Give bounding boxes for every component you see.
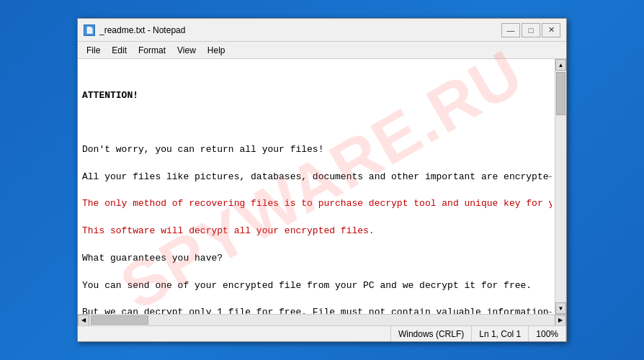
text-area[interactable]: ATTENTION! Don't worry, you can return a… bbox=[78, 59, 555, 314]
maximize-button[interactable]: □ bbox=[522, 23, 540, 37]
line-6: You can send one of your encrypted file … bbox=[82, 279, 552, 293]
menu-edit[interactable]: Edit bbox=[106, 44, 133, 57]
scroll-down-button[interactable]: ▼ bbox=[555, 302, 566, 314]
status-empty bbox=[78, 326, 391, 341]
line-3: The only method of recovering files is t… bbox=[82, 197, 552, 211]
text-content: ATTENTION! Don't worry, you can return a… bbox=[82, 62, 552, 314]
line-attention: ATTENTION! bbox=[82, 89, 552, 103]
line-4: This software will decrypt all your encr… bbox=[82, 225, 552, 238]
app-icon: 📄 bbox=[84, 24, 95, 36]
scrollbar-track[interactable] bbox=[555, 71, 566, 302]
scroll-right-button[interactable]: ▶ bbox=[555, 315, 566, 326]
line-2: All your files like pictures, databases,… bbox=[82, 171, 552, 184]
notepad-window: 📄 _readme.txt - Notepad — □ ✕ File Edit … bbox=[77, 18, 567, 342]
menu-view[interactable]: View bbox=[171, 44, 202, 57]
close-button[interactable]: ✕ bbox=[542, 23, 560, 37]
status-bar: Windows (CRLF) Ln 1, Col 1 100% bbox=[78, 325, 566, 341]
menu-help[interactable]: Help bbox=[202, 44, 231, 57]
vertical-scrollbar[interactable]: ▲ ▼ bbox=[555, 59, 566, 314]
window-controls: — □ ✕ bbox=[501, 23, 560, 37]
menu-format[interactable]: Format bbox=[133, 44, 171, 57]
line-5: What guarantees you have? bbox=[82, 252, 552, 266]
title-bar: 📄 _readme.txt - Notepad — □ ✕ bbox=[78, 19, 566, 42]
menu-bar: File Edit Format View Help bbox=[78, 42, 566, 59]
content-area: ATTENTION! Don't worry, you can return a… bbox=[78, 59, 566, 314]
status-position: Ln 1, Col 1 bbox=[472, 326, 529, 341]
status-encoding: Windows (CRLF) bbox=[391, 326, 472, 341]
minimize-button[interactable]: — bbox=[501, 23, 520, 37]
line-blank1 bbox=[82, 116, 552, 130]
line-1: Don't worry, you can return all your fil… bbox=[82, 143, 552, 157]
scrollbar-thumb[interactable] bbox=[556, 72, 565, 115]
scroll-up-button[interactable]: ▲ bbox=[555, 59, 566, 71]
app-icon-text: 📄 bbox=[86, 27, 94, 34]
h-scrollbar-thumb[interactable] bbox=[91, 315, 148, 325]
line-7: But we can decrypt only 1 file for free.… bbox=[82, 306, 552, 314]
horizontal-scrollbar[interactable]: ◀ ▶ bbox=[78, 314, 566, 325]
h-scrollbar-track[interactable] bbox=[89, 315, 555, 325]
status-zoom: 100% bbox=[529, 326, 566, 341]
window-title: _readme.txt - Notepad bbox=[99, 25, 501, 35]
scroll-left-button[interactable]: ◀ bbox=[78, 315, 89, 326]
menu-file[interactable]: File bbox=[81, 44, 106, 57]
